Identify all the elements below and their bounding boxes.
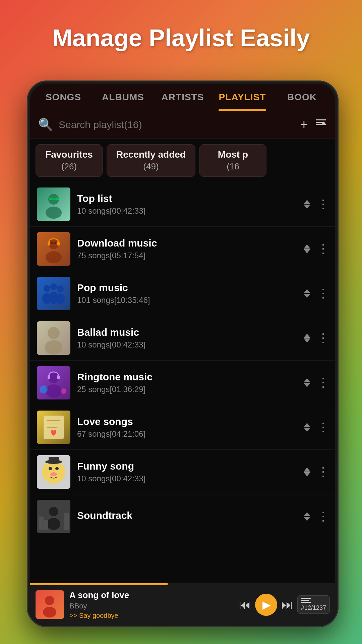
svg-rect-51	[64, 513, 69, 530]
reorder-icon[interactable]	[304, 468, 310, 476]
more-options-icon[interactable]: ⋮	[317, 197, 328, 211]
reorder-icon[interactable]	[304, 512, 310, 521]
search-actions: +	[300, 117, 327, 132]
category-chip-recently-added[interactable]: Recently added (49)	[107, 144, 195, 177]
svg-point-42	[49, 467, 52, 470]
playlist-actions: ⋮	[304, 286, 328, 301]
list-item[interactable]: Funny song 10 songs[00:42:33] ⋮	[30, 450, 335, 494]
svg-point-30	[46, 384, 62, 398]
svg-rect-50	[39, 517, 44, 530]
now-playing-thumbnail	[36, 590, 64, 619]
more-options-icon[interactable]: ⋮	[317, 376, 328, 390]
list-item[interactable]: Soundtrack ⋮	[30, 494, 335, 539]
playlist-actions: ⋮	[304, 465, 328, 479]
playlist-info: Soundtrack	[77, 510, 297, 523]
queue-line	[301, 602, 311, 603]
playlist-actions: ⋮	[304, 376, 328, 390]
queue-line	[301, 600, 309, 601]
svg-rect-0	[316, 119, 326, 120]
svg-rect-17	[57, 241, 60, 246]
playlist-thumb	[37, 232, 70, 266]
now-playing-title: A song of love	[69, 590, 234, 600]
now-playing-controls: ⏮ ▶ ⏭ #12/1237	[239, 594, 330, 616]
next-button[interactable]: ⏭	[281, 598, 293, 612]
playlist-info: Top list 10 songs[00:42:33]	[77, 193, 297, 216]
tabs-bar: SONGS ALBUMS ARTISTS PLAYLIST BOOK	[30, 84, 335, 111]
list-item[interactable]: Ballad music 10 songs[00:42:33] ⋮	[30, 316, 335, 361]
svg-point-54	[45, 596, 54, 605]
playlist-actions: ⋮	[304, 242, 328, 256]
playlist-info: Ballad music 10 songs[00:42:33]	[77, 327, 297, 350]
svg-rect-32	[57, 375, 60, 379]
svg-point-14	[51, 242, 53, 244]
svg-rect-31	[48, 375, 50, 379]
now-playing-info: A song of love BBoy >> Say goodbye	[69, 590, 234, 620]
playlist-actions: ⋮	[304, 331, 328, 345]
svg-point-43	[55, 467, 59, 470]
playlist-info: Ringtone music 25 songs[01:36:29]	[77, 371, 297, 394]
reorder-icon[interactable]	[304, 289, 310, 298]
now-playing-bar: A song of love BBoy >> Say goodbye ⏮ ▶ ⏭	[30, 585, 335, 624]
svg-rect-2	[316, 124, 326, 125]
playlist-thumb	[37, 455, 70, 489]
phone-frame: SONGS ALBUMS ARTISTS PLAYLIST BOOK 🔍	[27, 80, 339, 627]
tab-songs[interactable]: SONGS	[34, 84, 93, 111]
more-options-icon[interactable]: ⋮	[317, 242, 328, 256]
reorder-icon[interactable]	[304, 334, 310, 342]
playlist-info: Download music 75 songs[05:17:54]	[77, 237, 297, 260]
more-options-icon[interactable]: ⋮	[317, 420, 328, 434]
page-title: Manage Playlist Easily	[20, 23, 342, 52]
svg-rect-52	[44, 520, 48, 530]
playlist-thumb	[37, 187, 70, 221]
svg-point-24	[56, 293, 65, 304]
tab-artists[interactable]: ARTISTS	[153, 84, 213, 111]
category-chip-most-played[interactable]: Most p (16	[199, 144, 266, 177]
svg-rect-16	[48, 241, 50, 246]
more-options-icon[interactable]: ⋮	[317, 465, 328, 479]
more-options-icon[interactable]: ⋮	[317, 509, 328, 524]
tab-albums[interactable]: ALBUMS	[93, 84, 153, 111]
svg-point-27	[45, 340, 62, 355]
queue-button[interactable]: #12/1237	[297, 595, 330, 614]
more-options-icon[interactable]: ⋮	[317, 286, 328, 301]
playlist-actions: ⋮	[304, 197, 328, 211]
sort-button[interactable]	[314, 117, 327, 132]
list-item[interactable]: Top list 10 songs[00:42:33] ⋮	[30, 182, 335, 227]
reorder-icon[interactable]	[304, 245, 310, 253]
playlist-thumb	[37, 321, 70, 355]
reorder-icon[interactable]	[304, 423, 310, 432]
playlist-thumb	[37, 366, 70, 399]
svg-point-26	[48, 327, 60, 339]
svg-point-23	[57, 285, 64, 292]
play-pause-button[interactable]: ▶	[255, 594, 277, 616]
svg-point-15	[54, 242, 56, 244]
queue-count: #12/1237	[301, 604, 326, 611]
more-options-icon[interactable]: ⋮	[317, 331, 328, 345]
tab-playlist[interactable]: PLAYLIST	[213, 84, 272, 111]
search-bar: 🔍 +	[30, 111, 335, 139]
search-input[interactable]	[59, 119, 295, 130]
svg-rect-9	[49, 198, 54, 200]
svg-point-21	[50, 283, 57, 290]
list-item[interactable]: Download music 75 songs[05:17:54] ⋮	[30, 227, 335, 271]
list-item[interactable]: Ringtone music 25 songs[01:36:29] ⋮	[30, 361, 335, 405]
svg-rect-46	[49, 457, 59, 463]
playlist-info: Funny song 10 songs[00:42:33]	[77, 461, 297, 483]
list-item[interactable]: Pop music 101 songs[10:35:46] ⋮	[30, 271, 335, 316]
tab-book[interactable]: BOOK	[272, 84, 332, 111]
play-icon: ▶	[262, 598, 271, 611]
reorder-icon[interactable]	[304, 200, 310, 209]
category-chip-favourites[interactable]: Favourites (26)	[36, 144, 103, 177]
playlist-info: Pop music 101 songs[10:35:46]	[77, 282, 297, 305]
now-playing-say-goodbye: >> Say goodbye	[69, 612, 234, 620]
now-playing-artist: BBoy	[69, 602, 234, 610]
previous-button[interactable]: ⏮	[239, 598, 251, 612]
search-icon: 🔍	[38, 118, 53, 132]
svg-point-33	[40, 385, 48, 393]
svg-point-13	[46, 251, 62, 263]
reorder-icon[interactable]	[304, 378, 310, 387]
list-item[interactable]: Love songs 67 songs[04:21:06] ⋮	[30, 405, 335, 450]
playlist-actions: ⋮	[304, 509, 328, 524]
svg-point-34	[61, 388, 66, 394]
add-playlist-button[interactable]: +	[300, 117, 308, 132]
